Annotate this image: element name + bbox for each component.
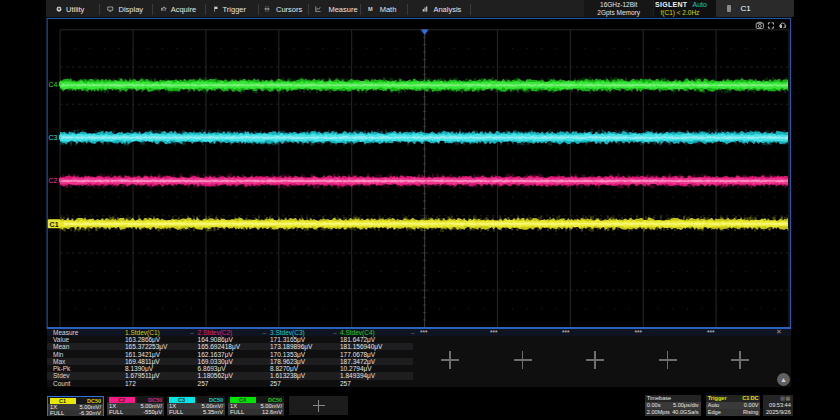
svg-text:C3: C3 — [49, 134, 58, 141]
svg-text:C4: C4 — [49, 81, 58, 88]
svg-text:C2: C2 — [49, 177, 58, 184]
svg-text:M: M — [368, 6, 373, 12]
svg-text:C1: C1 — [50, 221, 59, 228]
